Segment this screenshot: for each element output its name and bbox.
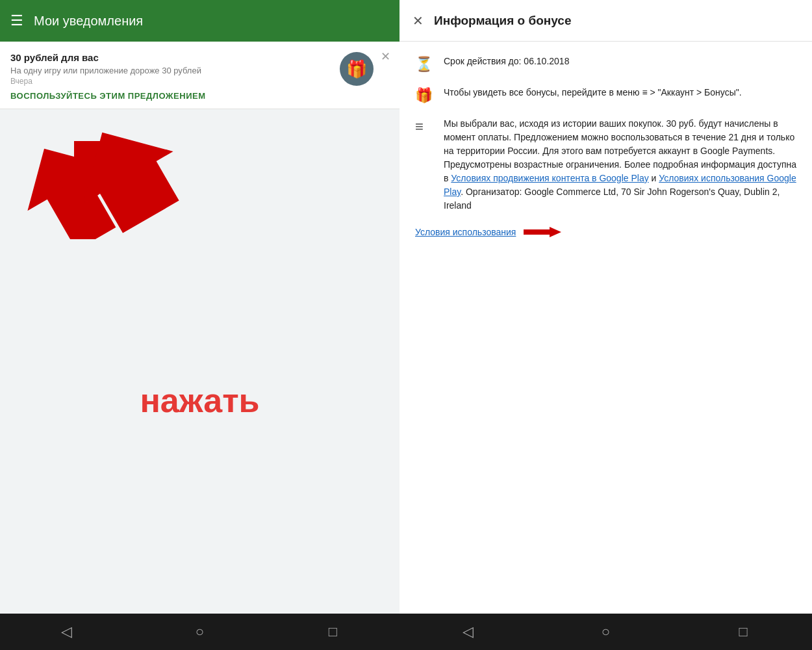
notification-action-button[interactable]: ВОСПОЛЬЗУЙТЕСЬ ЭТИМ ПРЕДЛОЖЕНИЕМ <box>10 91 389 101</box>
bonuses-text: Чтобы увидеть все бонусы, перейдите в ме… <box>444 86 742 99</box>
expiry-text: Срок действия до: 06.10.2018 <box>444 55 569 68</box>
svg-marker-4 <box>524 227 561 237</box>
desc-middle: и <box>649 173 659 183</box>
right-content: ⏳ Срок действия до: 06.10.2018 🎁 Чтобы у… <box>400 42 812 614</box>
left-header: ☰ Мои уведомления <box>0 0 400 42</box>
right-header-title: Информация о бонусе <box>434 14 572 28</box>
left-header-title: Мои уведомления <box>34 14 143 29</box>
notification-card: 30 рублей для вас На одну игру или прило… <box>0 42 400 109</box>
gift-icon: 🎁 <box>340 52 374 86</box>
expiry-row: ⏳ Срок действия до: 06.10.2018 <box>415 55 796 73</box>
right-header: ✕ Информация о бонусе <box>400 0 812 42</box>
notification-title: 30 рублей для вас <box>10 52 389 63</box>
gift-info-icon: 🎁 <box>415 87 433 104</box>
close-button[interactable]: ✕ <box>412 13 424 29</box>
desc-after: . Организатор: Google Commerce Ltd, 70 S… <box>444 187 780 211</box>
link-promotion-terms[interactable]: Условиях продвижения контента в Google P… <box>451 173 648 183</box>
left-home-button[interactable]: ○ <box>187 619 213 645</box>
hamburger-icon[interactable]: ☰ <box>10 12 23 29</box>
main-content-area: нажать <box>0 109 400 614</box>
description-text: Мы выбрали вас, исходя из истории ваших … <box>444 117 796 213</box>
timer-icon: ⏳ <box>415 56 433 73</box>
right-recent-button[interactable]: □ <box>730 619 756 645</box>
press-instruction-text: нажать <box>140 381 259 420</box>
notification-close-button[interactable]: ✕ <box>381 49 390 64</box>
right-home-button[interactable]: ○ <box>592 619 618 645</box>
left-recent-button[interactable]: □ <box>320 619 346 645</box>
list-icon: ≡ <box>415 118 433 135</box>
svg-marker-3 <box>57 119 182 243</box>
terms-arrow <box>524 226 563 239</box>
right-bottom-nav: ◁ ○ □ <box>400 614 812 650</box>
right-back-button[interactable]: ◁ <box>455 619 481 645</box>
arrow-graphic <box>32 119 182 252</box>
terms-row: Условия использования <box>415 226 796 239</box>
description-row: ≡ Мы выбрали вас, исходя из истории ваши… <box>415 117 796 213</box>
left-back-button[interactable]: ◁ <box>54 619 80 645</box>
left-panel: ☰ Мои уведомления 30 рублей для вас На о… <box>0 0 400 650</box>
bonuses-row: 🎁 Чтобы увидеть все бонусы, перейдите в … <box>415 86 796 104</box>
notification-desc: На одну игру или приложение дороже 30 ру… <box>10 66 389 75</box>
terms-of-use-link[interactable]: Условия использования <box>415 227 516 237</box>
notification-time: Вчера <box>10 77 389 86</box>
left-bottom-nav: ◁ ○ □ <box>0 614 400 650</box>
right-panel: ✕ Информация о бонусе ⏳ Срок действия до… <box>400 0 812 650</box>
